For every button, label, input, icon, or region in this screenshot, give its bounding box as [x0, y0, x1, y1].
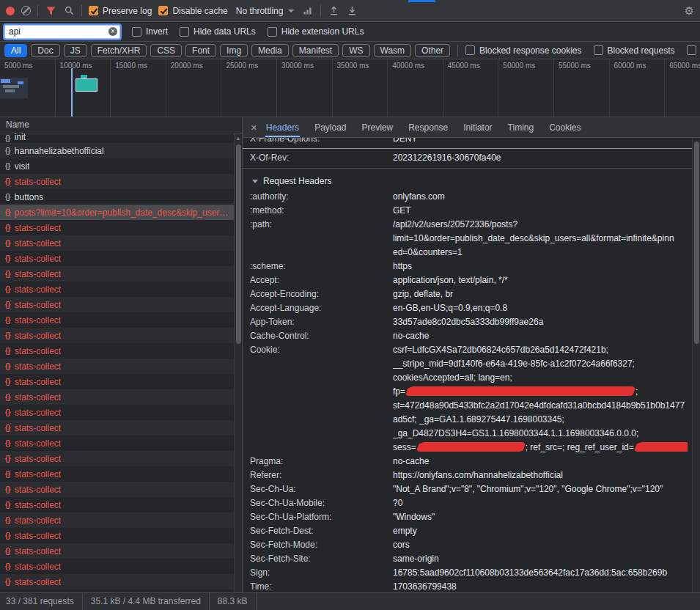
filter-pill-font[interactable]: Font — [185, 44, 216, 57]
request-row[interactable]: stats-collect — [0, 512, 242, 528]
clear-log-icon[interactable] — [21, 6, 31, 15]
request-row[interactable]: stats-collect — [0, 266, 242, 282]
header-row: Sign:16785:5aad9602cf110608b03133de56364… — [243, 566, 692, 580]
clipped-header-row: X-Frame-Options:DENY — [243, 138, 692, 147]
invert-label: Invert — [146, 26, 168, 37]
filter-pill-ws[interactable]: WS — [342, 44, 369, 57]
details-scrollbar[interactable] — [692, 138, 700, 592]
filter-pill-wasm[interactable]: Wasm — [374, 44, 412, 57]
request-headers-section[interactable]: Request Headers — [243, 172, 692, 190]
request-row[interactable]: stats-collect — [0, 282, 242, 297]
request-row[interactable]: stats-collect — [0, 451, 242, 466]
request-row[interactable]: stats-collect — [0, 174, 242, 189]
request-row[interactable]: stats-collect — [0, 482, 242, 497]
request-row[interactable]: stats-collect — [0, 235, 242, 251]
filter-input[interactable] — [4, 25, 120, 39]
request-row-selected[interactable]: posts?limit=10&order=publish_date_desc&s… — [0, 205, 242, 220]
tab-headers[interactable]: Headers — [265, 117, 300, 137]
request-row[interactable]: stats-collect — [0, 312, 242, 328]
requests-count: 33 / 381 requests — [0, 593, 83, 610]
tab-timing[interactable]: Timing — [507, 117, 535, 137]
request-row[interactable]: stats-collect — [0, 389, 242, 405]
header-row: Cache-Control:no-cache — [243, 329, 692, 343]
tab-preview[interactable]: Preview — [361, 117, 394, 137]
request-list-scrollbar[interactable]: ▲ — [234, 133, 242, 592]
name-column-header[interactable]: Name — [0, 117, 242, 133]
checkbox-blocked-response-cookies[interactable]: Blocked response cookies — [465, 45, 581, 56]
hide-data-urls-checkbox[interactable]: Hide data URLs — [180, 26, 256, 37]
network-conditions-icon[interactable] — [302, 5, 314, 17]
request-row[interactable]: stats-collect — [0, 343, 242, 359]
header-value: "Windows" — [393, 510, 688, 524]
filter-pill-media[interactable]: Media — [251, 44, 289, 57]
json-file-icon — [5, 501, 10, 509]
request-row[interactable]: stats-collect — [0, 420, 242, 436]
request-row[interactable]: stats-collect — [0, 251, 242, 266]
request-row[interactable]: stats-collect — [0, 436, 242, 451]
request-name: stats-collect — [15, 546, 61, 556]
search-icon[interactable] — [63, 5, 75, 17]
checkbox-3rd-party-requests[interactable]: 3rd-party requests — [687, 45, 700, 56]
filter-bar: Invert Hide data URLs Hide extension URL… — [0, 22, 700, 42]
timeline-overview[interactable]: 5000 ms10000 ms15000 ms20000 ms25000 ms3… — [0, 59, 700, 117]
disable-cache-checkbox[interactable]: Disable cache — [158, 6, 227, 16]
request-row[interactable]: stats-collect — [0, 543, 242, 559]
filter-funnel-icon[interactable] — [45, 5, 56, 17]
throttling-select[interactable]: No throttling — [235, 6, 296, 16]
json-file-icon — [5, 532, 10, 540]
filter-pill-all[interactable]: All — [4, 44, 27, 57]
scrollbar-thumb[interactable] — [694, 142, 699, 344]
json-file-icon — [5, 224, 10, 232]
header-name: Accept-Encoding: — [250, 287, 393, 301]
filter-pill-fetch-xhr[interactable]: Fetch/XHR — [91, 44, 147, 57]
request-row[interactable]: stats-collect — [0, 359, 242, 374]
json-file-icon — [5, 547, 10, 555]
json-file-icon — [5, 331, 10, 339]
scroll-up-arrow-icon[interactable]: ▲ — [235, 133, 242, 141]
timeline-activity-bar — [76, 79, 97, 91]
request-row[interactable]: stats-collect — [0, 405, 242, 420]
invert-checkbox[interactable]: Invert — [132, 26, 168, 37]
clear-filter-icon[interactable] — [108, 27, 117, 36]
filter-pill-js[interactable]: JS — [64, 44, 87, 57]
preserve-log-label: Preserve log — [103, 6, 152, 16]
request-row[interactable]: stats-collect — [0, 528, 242, 543]
tab-payload[interactable]: Payload — [314, 117, 347, 137]
request-name: stats-collect — [15, 315, 61, 326]
request-row[interactable]: stats-collect — [0, 374, 242, 389]
filter-pill-css[interactable]: CSS — [150, 44, 182, 57]
request-row[interactable]: hannahelizabethofficial — [0, 143, 242, 158]
tab-response[interactable]: Response — [408, 117, 449, 137]
scrollbar-thumb[interactable] — [236, 144, 241, 344]
request-row[interactable]: stats-collect — [0, 297, 242, 312]
close-details-icon[interactable] — [243, 121, 265, 133]
request-row[interactable]: buttons — [0, 189, 242, 205]
checkbox-icon — [594, 45, 603, 55]
tab-cookies[interactable]: Cookies — [548, 117, 581, 137]
request-row[interactable]: stats-collect — [0, 220, 242, 235]
request-row[interactable]: stats-collect — [0, 497, 242, 512]
record-button[interactable] — [6, 7, 15, 15]
tab-initiator[interactable]: Initiator — [463, 117, 493, 137]
request-row[interactable]: visit — [0, 158, 242, 174]
request-row[interactable]: stats-collect — [0, 574, 242, 589]
request-row[interactable]: stats-collect — [0, 559, 242, 574]
timeline-activity-bar — [81, 75, 87, 78]
filter-pill-other[interactable]: Other — [415, 44, 450, 57]
hide-extension-urls-checkbox[interactable]: Hide extension URLs — [268, 26, 364, 37]
timeline-tick: 40000 ms — [388, 59, 443, 117]
export-har-icon[interactable] — [346, 5, 358, 17]
header-row: Pragma:no-cache — [243, 455, 692, 468]
json-file-icon — [5, 134, 10, 142]
filter-pill-manifest[interactable]: Manifest — [292, 44, 339, 57]
import-har-icon[interactable] — [328, 5, 339, 17]
request-row[interactable]: stats-collect — [0, 466, 242, 482]
request-name: stats-collect — [15, 223, 61, 233]
checkbox-blocked-requests[interactable]: Blocked requests — [594, 45, 675, 56]
filter-pill-img[interactable]: Img — [220, 44, 248, 57]
preserve-log-checkbox[interactable]: Preserve log — [89, 6, 152, 16]
request-row[interactable]: stats-collect — [0, 328, 242, 343]
settings-gear-icon[interactable]: ⚙ — [685, 5, 694, 16]
filter-pill-doc[interactable]: Doc — [31, 44, 59, 57]
request-row[interactable]: init — [0, 133, 242, 143]
